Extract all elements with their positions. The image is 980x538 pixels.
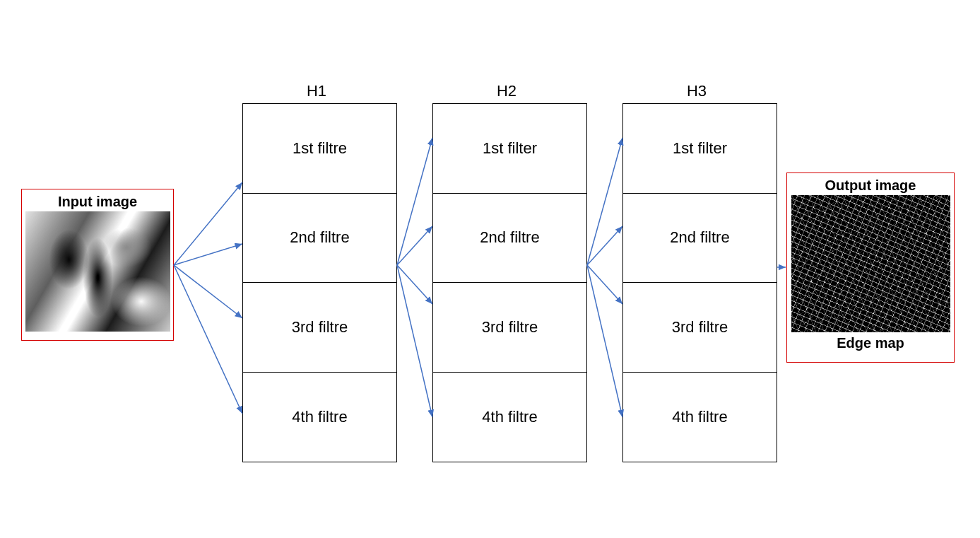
input-image-box: Input image: [21, 189, 174, 341]
layer-label-h3: H3: [675, 82, 718, 100]
svg-line-2: [174, 265, 242, 318]
svg-line-3: [174, 265, 242, 414]
svg-line-6: [397, 265, 432, 304]
output-image-subtitle: Edge map: [787, 332, 954, 354]
filter-cell: 2nd filtre: [243, 194, 396, 283]
svg-line-4: [397, 138, 432, 265]
svg-line-7: [397, 265, 432, 417]
filter-cell: 2nd filtre: [433, 194, 586, 283]
filter-cell: 3rd filtre: [433, 283, 586, 373]
layer-label-h2: H2: [485, 82, 528, 100]
filter-cell: 4th filtre: [243, 373, 396, 462]
filter-cell: 1st filtre: [243, 104, 396, 194]
svg-line-10: [587, 265, 622, 304]
svg-line-8: [587, 138, 622, 265]
filter-cell: 3rd filtre: [243, 283, 396, 373]
filter-cell: 4th filtre: [623, 373, 777, 462]
filter-cell: 2nd filtre: [623, 194, 777, 283]
output-image: [791, 195, 950, 332]
layer-h2: 1st filter 2nd filtre 3rd filtre 4th fil…: [432, 103, 587, 462]
output-image-title: Output image: [787, 173, 954, 195]
svg-line-9: [587, 226, 622, 265]
output-image-box: Output image Edge map: [786, 172, 955, 363]
layer-label-h1: H1: [295, 82, 338, 100]
input-image: [25, 211, 170, 332]
input-image-title: Input image: [22, 189, 173, 211]
filter-cell: 1st filter: [623, 104, 777, 194]
svg-line-11: [587, 265, 622, 417]
layer-h3: 1st filter 2nd filtre 3rd filtre 4th fil…: [622, 103, 777, 462]
svg-line-1: [174, 244, 242, 265]
layer-h1: 1st filtre 2nd filtre 3rd filtre 4th fil…: [242, 103, 397, 462]
filter-cell: 1st filter: [433, 104, 586, 194]
svg-line-0: [174, 182, 242, 265]
filter-cell: 4th filtre: [433, 373, 586, 462]
svg-line-5: [397, 226, 432, 265]
filter-cell: 3rd filtre: [623, 283, 777, 373]
